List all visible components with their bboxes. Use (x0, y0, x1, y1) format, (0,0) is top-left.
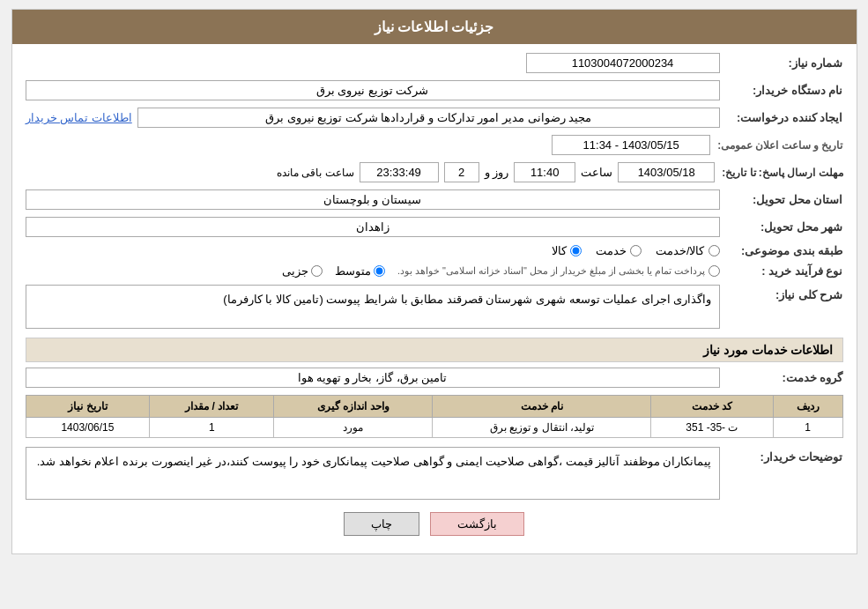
table-cell-4: 1 (150, 418, 274, 438)
process-option-moderate[interactable]: متوسط (335, 264, 385, 278)
category-row: طبقه بندی موضوعی: کالا/خدمت خدمت کالا (26, 244, 843, 257)
table-header-row: ردیف کد خدمت نام خدمت واحد اندازه گیری ت… (26, 396, 842, 418)
creator-label: ایجاد کننده درخواست: (720, 111, 843, 124)
col-name: نام خدمت (433, 396, 650, 418)
process-radio-small[interactable] (311, 265, 323, 277)
category-option-kala-khedmat[interactable]: کالا/خدمت (656, 244, 720, 257)
page-title: جزئیات اطلاعات نیاز (375, 19, 494, 34)
creator-row: ایجاد کننده درخواست: مجید رضوانی مدیر ام… (26, 108, 843, 128)
table-cell-5: 1403/06/15 (26, 418, 150, 438)
back-button[interactable]: بازگشت (430, 512, 524, 536)
response-date-label: مهلت ارسال پاسخ: تا تاریخ: (715, 167, 842, 179)
service-info-title: اطلاعات خدمات مورد نیاز (26, 338, 843, 362)
remaining-time-value: 23:33:49 (360, 162, 439, 182)
province-value: سیستان و بلوچستان (26, 189, 720, 210)
table-cell-3: مورد (274, 418, 433, 438)
contact-link[interactable]: اطلاعات تماس خریدار (26, 111, 132, 124)
time-label: ساعت (575, 166, 618, 179)
category-radio-group: کالا/خدمت خدمت کالا (552, 244, 720, 257)
creator-value: مجید رضوانی مدیر امور تدارکات و قرارداده… (137, 108, 720, 128)
description-row: شرح کلی نیاز: واگذاری اجرای عملیات توسعه… (26, 285, 843, 329)
table-row: 1ت -35- 351تولید، انتقال و توزیع برقمورد… (26, 418, 842, 438)
response-time-value: 11:40 (514, 162, 575, 182)
days-label: روز و (479, 166, 515, 179)
process-option-note[interactable]: پرداخت تمام یا بخشی از مبلغ خریدار از مح… (397, 265, 720, 277)
province-label: استان محل تحویل: (720, 193, 843, 206)
table-cell-1: ت -35- 351 (650, 418, 773, 438)
service-group-value: تامین برق، گاز، بخار و تهویه هوا (26, 368, 720, 388)
city-label: شهر محل تحویل: (720, 220, 843, 234)
col-date: تاریخ نیاز (26, 396, 150, 418)
response-date-value: 1403/05/18 (618, 162, 715, 182)
service-group-label: گروه خدمت: (720, 371, 843, 384)
process-radio-moderate[interactable] (374, 265, 385, 277)
services-table: ردیف کد خدمت نام خدمت واحد اندازه گیری ت… (26, 395, 843, 438)
need-number-label: شماره نیاز: (720, 56, 843, 70)
table-cell-0: 1 (773, 418, 842, 438)
description-label: شرح کلی نیاز: (720, 285, 843, 301)
table-cell-2: تولید، انتقال و توزیع برق (433, 418, 650, 438)
buyer-value: شرکت توزیع نیروی برق (26, 80, 720, 100)
need-number-row: شماره نیاز: 1103004072000234 (26, 53, 843, 73)
process-option-small[interactable]: جزیی (282, 264, 323, 278)
buyer-row: نام دستگاه خریدار: شرکت توزیع نیروی برق (26, 80, 843, 100)
province-row: استان محل تحویل: سیستان و بلوچستان (26, 189, 843, 210)
category-radio-kala[interactable] (570, 245, 582, 256)
announce-date-value: 1403/05/15 - 11:34 (552, 135, 710, 155)
category-radio-khedmat[interactable] (630, 245, 642, 256)
remaining-label: ساعت باقی مانده (271, 167, 360, 179)
buyer-notes-row: توضیحات خریدار: پیمانکاران موظفند آنالیز… (26, 447, 843, 500)
process-options: پرداخت تمام یا بخشی از مبلغ خریدار از مح… (282, 264, 720, 278)
response-days-value: 2 (444, 162, 479, 182)
page-header: جزئیات اطلاعات نیاز (12, 10, 857, 44)
city-value: زاهدان (26, 217, 720, 237)
city-row: شهر محل تحویل: زاهدان (26, 217, 843, 237)
process-row: نوع فرآیند خرید : پرداخت تمام یا بخشی از… (26, 264, 843, 278)
col-radif: ردیف (773, 396, 842, 418)
content-area: شماره نیاز: 1103004072000234 نام دستگاه … (12, 44, 857, 553)
col-qty: تعداد / مقدار (150, 396, 274, 418)
col-code: کد خدمت (650, 396, 773, 418)
buyer-notes-label: توضیحات خریدار: (720, 447, 843, 464)
main-container: جزئیات اطلاعات نیاز شماره نیاز: 11030040… (11, 9, 857, 554)
category-option-khedmat[interactable]: خدمت (596, 244, 642, 257)
category-option-kala[interactable]: کالا (552, 244, 582, 257)
process-label: نوع فرآیند خرید : (720, 264, 843, 278)
response-date-row: مهلت ارسال پاسخ: تا تاریخ: 1403/05/18 سا… (26, 162, 843, 182)
buyer-label: نام دستگاه خریدار: (720, 84, 843, 97)
col-unit: واحد اندازه گیری (274, 396, 433, 418)
need-number-value: 1103004072000234 (526, 53, 720, 73)
action-buttons: بازگشت چاپ (26, 512, 843, 536)
announce-date-label: تاریخ و ساعت اعلان عمومی: (710, 139, 842, 152)
category-label: طبقه بندی موضوعی: (720, 244, 843, 257)
announce-date-row: تاریخ و ساعت اعلان عمومی: 1403/05/15 - 1… (26, 135, 843, 155)
services-table-section: ردیف کد خدمت نام خدمت واحد اندازه گیری ت… (26, 395, 843, 438)
buyer-notes-value: پیمانکاران موظفند آنالیز قیمت ،گواهی صلا… (26, 447, 720, 500)
category-radio-kala-khedmat[interactable] (708, 245, 720, 256)
process-radio-note[interactable] (708, 265, 720, 277)
print-button[interactable]: چاپ (344, 512, 419, 536)
service-group-row: گروه خدمت: تامین برق، گاز، بخار و تهویه … (26, 368, 843, 388)
description-value: واگذاری اجرای عملیات توسعه شهری شهرستان … (26, 285, 720, 329)
